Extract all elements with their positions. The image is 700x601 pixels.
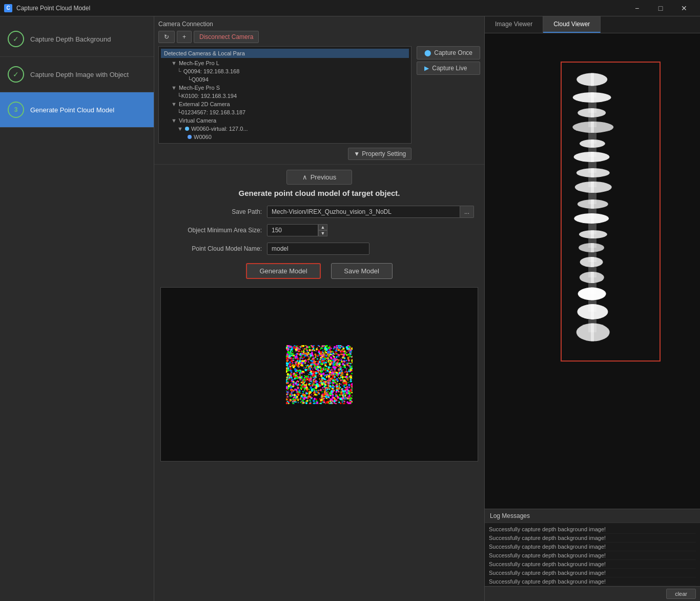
spinner-down-button[interactable]: ▼: [318, 230, 327, 236]
center-panel: Camera Connection ↻ + Disconnect Camera …: [154, 16, 485, 601]
list-item: Successfully capture depth background im…: [489, 577, 696, 586]
arrow-icon-2: └: [177, 68, 181, 74]
previous-label: Previous: [311, 173, 337, 181]
viewer-tabs: Image Viewer Cloud Viewer: [485, 16, 700, 33]
camera-row: Detected Cameras & Local Para ▼Mech-Eye …: [158, 46, 480, 160]
log-content: Successfully capture depth background im…: [485, 523, 700, 586]
capture-live-label: Capture Live: [432, 65, 467, 72]
property-setting-label: Property Setting: [362, 150, 406, 157]
right-panel: Image Viewer Cloud Viewer Log Messages S…: [485, 16, 700, 601]
close-button[interactable]: ✕: [672, 0, 696, 16]
arrow-icon: ▼: [171, 60, 177, 66]
tree-item-ext-2d[interactable]: ▼External 2D Camera: [161, 100, 409, 108]
tab-image-viewer[interactable]: Image Viewer: [485, 16, 543, 33]
arrow-icon-4: ▼: [171, 101, 177, 107]
sidebar: ✓ Capture Depth Background ✓ Capture Dep…: [0, 16, 154, 601]
tree-item-mecheye-pro-s[interactable]: ▼Mech-Eye Pro S: [161, 84, 409, 92]
clear-log-button[interactable]: clear: [666, 589, 696, 599]
capture-once-button[interactable]: ⬤ Capture Once: [417, 46, 480, 59]
cam-dot-2: [188, 135, 192, 139]
property-setting-button[interactable]: ▼ Property Setting: [348, 148, 411, 160]
camera-connection-section: Camera Connection ↻ + Disconnect Camera …: [154, 16, 484, 165]
tree-item-q0094-ip[interactable]: └Q0094: 192.168.3.168: [161, 67, 409, 75]
tree-header: Detected Cameras & Local Para: [161, 49, 409, 58]
window-controls: − □ ✕: [625, 0, 696, 16]
tab-cloud-viewer-label: Cloud Viewer: [553, 21, 590, 28]
log-footer: clear: [485, 586, 700, 601]
content-area: ∧ Previous Generate point cloud model of…: [154, 165, 484, 601]
tree-item-w0060-virtual[interactable]: ▼W0060-virtual: 127.0...: [161, 125, 409, 133]
sidebar-label-capture-bg: Capture Depth Background: [30, 35, 111, 43]
tab-cloud-viewer[interactable]: Cloud Viewer: [543, 16, 601, 33]
section-title-main: Generate point cloud model of target obj…: [164, 189, 474, 197]
log-header: Log Messages: [485, 509, 700, 523]
tree-item-mecheye-pro-l[interactable]: ▼Mech-Eye Pro L: [161, 59, 409, 67]
previous-btn-row: ∧ Previous: [164, 170, 474, 185]
tree-item-virtual-camera[interactable]: ▼Virtual Camera: [161, 116, 409, 125]
app-title: Capture Point Cloud Model: [16, 5, 625, 12]
sidebar-label-generate: Generate Point Cloud Model: [30, 106, 114, 114]
tree-item-k0100[interactable]: └K0100: 192.168.3.194: [161, 92, 409, 100]
step-icon-2: ✓: [8, 66, 24, 83]
log-title: Log Messages: [490, 512, 530, 519]
chevron-up-icon: ∧: [302, 173, 307, 181]
minimize-button[interactable]: −: [625, 0, 649, 16]
spinner-up-button[interactable]: ▲: [318, 224, 327, 230]
sidebar-item-capture-bg[interactable]: ✓ Capture Depth Background: [0, 22, 154, 57]
maximize-button[interactable]: □: [649, 0, 672, 16]
save-path-input[interactable]: [267, 206, 460, 218]
step-icon-3: 3: [8, 102, 24, 118]
add-icon: +: [182, 33, 186, 41]
arrow-icon-3: ▼: [171, 85, 177, 91]
generate-model-button[interactable]: Generate Model: [246, 263, 320, 279]
obj-min-area-label: Object Minimum Area Size:: [164, 227, 267, 234]
capture-live-button[interactable]: ▶ Capture Live: [417, 62, 480, 75]
property-icon: ▼: [354, 150, 360, 157]
preview-content: [161, 288, 478, 461]
capture-buttons: ⬤ Capture Once ▶ Capture Live: [417, 46, 480, 75]
point-cloud-canvas: [286, 345, 353, 404]
camera-section-title: Camera Connection: [158, 21, 480, 28]
refresh-button[interactable]: ↻: [158, 31, 175, 43]
app-icon: C: [4, 4, 12, 12]
spine-canvas: [485, 33, 700, 509]
spinner-controls: ▲ ▼: [318, 224, 327, 236]
viewer-content: [485, 33, 700, 509]
list-item: Successfully capture depth background im…: [489, 551, 696, 560]
save-path-input-wrap: ...: [267, 206, 474, 218]
tree-item-q0094[interactable]: └Q0094: [161, 75, 409, 84]
main-container: ✓ Capture Depth Background ✓ Capture Dep…: [0, 16, 700, 601]
camera-tree-wrap: Detected Cameras & Local Para ▼Mech-Eye …: [158, 46, 411, 160]
tree-item-w0060[interactable]: W0060: [161, 133, 409, 141]
model-name-input[interactable]: [267, 243, 369, 255]
camera-tree: Detected Cameras & Local Para ▼Mech-Eye …: [158, 46, 411, 144]
save-model-button[interactable]: Save Model: [331, 263, 393, 279]
sidebar-item-generate[interactable]: 3 Generate Point Cloud Model: [0, 92, 154, 128]
list-item: Successfully capture depth background im…: [489, 525, 696, 534]
capture-once-icon: ⬤: [424, 49, 431, 56]
point-cloud-preview: [160, 287, 478, 462]
refresh-icon: ↻: [164, 33, 169, 41]
sidebar-label-capture-obj: Capture Depth Image with Object: [30, 71, 129, 78]
obj-min-area-spinner: ▲ ▼: [267, 224, 327, 236]
list-item: Successfully capture depth background im…: [489, 569, 696, 577]
capture-once-label: Capture Once: [434, 49, 472, 56]
arrow-icon-5: ▼: [171, 117, 177, 124]
arrow-icon-6: ▼: [177, 126, 183, 132]
disconnect-camera-button[interactable]: Disconnect Camera: [194, 31, 259, 43]
previous-button[interactable]: ∧ Previous: [286, 170, 353, 185]
tree-item-01234567[interactable]: └01234567: 192.168.3.187: [161, 108, 409, 116]
sidebar-item-capture-obj[interactable]: ✓ Capture Depth Image with Object: [0, 57, 154, 92]
action-buttons: Generate Model Save Model: [164, 263, 474, 279]
obj-min-area-input[interactable]: [267, 224, 318, 236]
save-path-row: Save Path: ...: [164, 206, 474, 218]
obj-min-area-row: Object Minimum Area Size: ▲ ▼: [164, 224, 474, 236]
camera-toolbar: ↻ + Disconnect Camera: [158, 31, 480, 43]
list-item: Successfully capture depth background im…: [489, 534, 696, 543]
add-camera-button[interactable]: +: [177, 31, 192, 43]
model-name-row: Point Cloud Model Name:: [164, 243, 474, 255]
model-name-label: Point Cloud Model Name:: [164, 245, 267, 252]
save-path-label: Save Path:: [164, 208, 267, 215]
browse-button[interactable]: ...: [460, 206, 474, 218]
list-item: Successfully capture depth background im…: [489, 560, 696, 569]
